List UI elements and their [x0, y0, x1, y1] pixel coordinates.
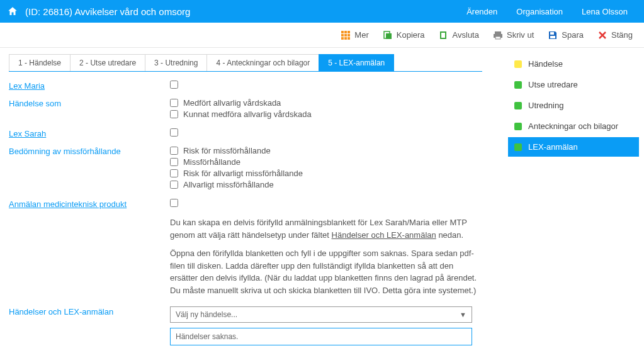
side-panel: Händelse Utse utredare Utredning Anteckn…: [504, 48, 643, 358]
svg-rect-7: [344, 37, 347, 40]
save-label: Spara: [562, 30, 584, 40]
nav-organisation[interactable]: Organisation: [516, 7, 563, 16]
status-icon: [514, 81, 522, 89]
status-icon: [514, 60, 522, 68]
svg-rect-0: [341, 31, 344, 33]
side-handelse[interactable]: Händelse: [508, 54, 639, 74]
message-handelser-saknas: Händelser saknas.: [170, 328, 472, 345]
svg-rect-17: [550, 36, 555, 38]
svg-rect-4: [344, 34, 347, 36]
info-p1b: nedan.: [436, 230, 463, 240]
close-case-label: Avsluta: [453, 30, 479, 40]
opt-risk-miss: Risk för missförhållande: [183, 146, 271, 155]
save-icon: [548, 30, 558, 40]
svg-rect-3: [341, 34, 344, 36]
checkbox-lex-sarah[interactable]: [170, 128, 178, 137]
side-label-anteckningar: Anteckningar och bilagor: [528, 121, 618, 131]
checkbox-risk-miss[interactable]: [170, 147, 178, 155]
close-case-button[interactable]: Avsluta: [439, 30, 479, 40]
checkbox-risk-allvarligt[interactable]: [170, 169, 178, 177]
tab-anteckningar[interactable]: 4 - Anteckningar och bilagor: [206, 54, 319, 71]
svg-rect-13: [495, 31, 501, 34]
header-nav: Ärenden Organisation Lena Olsson: [466, 7, 638, 16]
opt-kunnat-medfora: Kunnat medföra allvarlig vårdskada: [183, 109, 312, 119]
checkbox-kunnat-medfora[interactable]: [170, 110, 178, 118]
opt-allvarligt: Allvarligt missförhållande: [183, 180, 274, 189]
header-bar: (ID: 26816) Avvikelser vård och omsorg Ä…: [0, 0, 644, 23]
opt-miss: Missförhållande: [183, 157, 240, 167]
side-label-utse-utredare: Utse utredare: [528, 80, 578, 89]
field-handelser-lex: Händelser och LEX-anmälan Välj ny händel…: [9, 306, 482, 345]
label-handelse-som[interactable]: Händelse som: [9, 98, 170, 108]
side-utredning[interactable]: Utredning: [508, 96, 639, 115]
svg-rect-5: [347, 34, 350, 36]
checkbox-medfort-vardskada[interactable]: [170, 99, 178, 107]
status-icon: [514, 123, 522, 130]
door-icon: [439, 30, 449, 40]
svg-rect-2: [347, 31, 350, 33]
field-lex-maria: Lex Maria: [9, 81, 482, 91]
tab-lex-anmalan[interactable]: 5 - LEX-anmälan: [319, 54, 394, 71]
chevron-down-icon: ▼: [460, 311, 466, 318]
copy-button[interactable]: Kopiera: [383, 30, 425, 40]
toolbar: Mer Kopiera Avsluta Skriv ut Spara Stäng: [0, 23, 644, 48]
field-lex-sarah: Lex Sarah: [9, 128, 482, 138]
nav-user[interactable]: Lena Olsson: [582, 7, 628, 16]
label-lex-sarah[interactable]: Lex Sarah: [9, 128, 170, 138]
info-p2: Öppna den förifyllda blanketten och fyll…: [170, 247, 482, 296]
checkbox-miss[interactable]: [170, 158, 178, 166]
dropdown-handelser-lex[interactable]: Välj ny händelse... ▼: [170, 306, 472, 323]
main-form: 1 - Händelse 2 - Utse utredare 3 - Utred…: [0, 48, 491, 358]
dropdown-placeholder: Välj ny händelse...: [176, 310, 237, 319]
more-label: Mer: [354, 30, 368, 40]
side-lex-anmalan[interactable]: LEX-anmälan: [508, 137, 639, 157]
home-icon[interactable]: [6, 5, 19, 18]
close-label: Stäng: [611, 30, 633, 40]
copy-icon: [383, 30, 393, 40]
save-button[interactable]: Spara: [548, 30, 584, 40]
opt-medfort-vardskada: Medfört allvarlig vårdskada: [183, 98, 281, 108]
field-bedomning: Bedömning av missförhållande Risk för mi…: [9, 146, 482, 191]
status-icon: [514, 102, 522, 109]
checkbox-medicin[interactable]: [170, 199, 178, 207]
tab-utredning[interactable]: 3 - Utredning: [145, 54, 207, 71]
info-p1u: Händelser och LEX-anmälan: [332, 230, 436, 240]
close-button[interactable]: Stäng: [597, 30, 633, 40]
side-label-utredning: Utredning: [528, 101, 563, 110]
opt-risk-allvarligt: Risk för allvarligt missförhållande: [183, 169, 303, 178]
side-utse-utredare[interactable]: Utse utredare: [508, 75, 639, 94]
svg-rect-12: [441, 33, 445, 38]
nav-arenden[interactable]: Ärenden: [466, 7, 497, 16]
tab-handelse[interactable]: 1 - Händelse: [9, 54, 71, 71]
field-medicin: Anmälan medicinteknisk produkt: [9, 199, 482, 209]
svg-rect-10: [386, 33, 392, 39]
side-anteckningar[interactable]: Anteckningar och bilagor: [508, 116, 639, 136]
printer-icon: [493, 30, 503, 40]
grid-icon: [341, 30, 351, 40]
label-bedomning[interactable]: Bedömning av missförhållande: [9, 146, 170, 156]
print-button[interactable]: Skriv ut: [493, 30, 534, 40]
field-handelse-som: Händelse som Medfört allvarlig vårdskada…: [9, 98, 482, 121]
checkbox-allvarligt[interactable]: [170, 181, 178, 189]
copy-label: Kopiera: [397, 30, 425, 40]
label-medicin[interactable]: Anmälan medicinteknisk produkt: [9, 199, 170, 209]
svg-rect-6: [341, 37, 344, 40]
side-label-handelse: Händelse: [528, 59, 563, 69]
tabs: 1 - Händelse 2 - Utse utredare 3 - Utred…: [9, 54, 482, 72]
label-handelser-lex[interactable]: Händelser och LEX-anmälan: [9, 306, 170, 316]
side-label-lex-anmalan: LEX-anmälan: [528, 142, 578, 152]
content-wrap: 1 - Händelse 2 - Utse utredare 3 - Utred…: [0, 48, 644, 358]
status-icon: [514, 143, 522, 151]
more-button[interactable]: Mer: [341, 30, 368, 40]
svg-rect-1: [344, 31, 347, 33]
svg-rect-15: [495, 36, 500, 39]
close-icon: [597, 30, 607, 40]
tab-utse-utredare[interactable]: 2 - Utse utredare: [70, 54, 145, 71]
label-lex-maria[interactable]: Lex Maria: [9, 81, 170, 91]
svg-rect-16: [550, 32, 554, 35]
page-title: (ID: 26816) Avvikelser vård och omsorg: [25, 6, 466, 17]
checkbox-lex-maria[interactable]: [170, 81, 178, 89]
print-label: Skriv ut: [507, 30, 534, 40]
info-text: Du kan skapa en delvis förifylld anmälni…: [9, 216, 482, 296]
svg-rect-8: [347, 37, 350, 40]
